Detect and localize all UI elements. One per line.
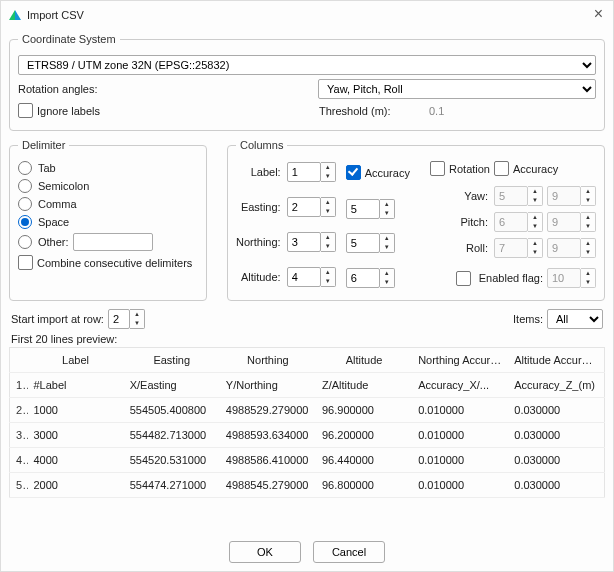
northing-acc-spinner[interactable]: ▲▼ bbox=[346, 233, 410, 253]
table-row: 1#LabelX/EastingY/NorthingZ/AltitudeAccu… bbox=[10, 373, 605, 398]
items-label: Items: bbox=[513, 313, 543, 325]
roll-col-spinner: ▲▼ bbox=[494, 238, 543, 258]
cancel-button[interactable]: Cancel bbox=[313, 541, 385, 563]
preview-table: LabelEastingNorthing AltitudeNorthing Ac… bbox=[9, 347, 605, 498]
yaw-col-spinner: ▲▼ bbox=[494, 186, 543, 206]
table-row: 52000554474.2710004988545.27900096.80000… bbox=[10, 473, 605, 498]
yaw-acc-spinner: ▲▼ bbox=[547, 186, 596, 206]
roll-acc-spinner: ▲▼ bbox=[547, 238, 596, 258]
ignore-labels-checkbox[interactable] bbox=[18, 103, 33, 118]
delimiter-comma-radio[interactable] bbox=[18, 197, 32, 211]
threshold-label: Threshold (m): bbox=[319, 105, 429, 117]
start-row-label: Start import at row: bbox=[11, 313, 104, 325]
delimiter-space-radio[interactable] bbox=[18, 215, 32, 229]
label-col-spinner[interactable]: ▲▼ bbox=[287, 162, 336, 182]
table-row: 21000554505.4008004988529.27900096.90000… bbox=[10, 398, 605, 423]
start-row-spinner[interactable]: ▲▼ bbox=[108, 309, 145, 329]
easting-col-spinner[interactable]: ▲▼ bbox=[287, 197, 336, 217]
enabled-flag-spinner: ▲▼ bbox=[547, 268, 596, 288]
rotation-angles-label: Rotation angles: bbox=[18, 83, 318, 95]
dialog-import-csv: Import CSV × Coordinate System ETRS89 / … bbox=[0, 0, 614, 572]
threshold-value: 0.1 bbox=[429, 105, 444, 117]
chevron-down-icon: ▼ bbox=[321, 172, 335, 181]
coord-system-select[interactable]: ETRS89 / UTM zone 32N (EPSG::25832) bbox=[18, 55, 596, 75]
titlebar: Import CSV × bbox=[1, 1, 613, 29]
pitch-acc-spinner: ▲▼ bbox=[547, 212, 596, 232]
app-icon bbox=[7, 7, 23, 23]
table-row: 33000554482.7130004988593.63400096.20000… bbox=[10, 423, 605, 448]
easting-acc-spinner[interactable]: ▲▼ bbox=[346, 199, 410, 219]
altitude-col-spinner[interactable]: ▲▼ bbox=[287, 267, 336, 287]
rotation-angles-select[interactable]: Yaw, Pitch, Roll bbox=[318, 79, 596, 99]
altitude-acc-spinner[interactable]: ▲▼ bbox=[346, 268, 410, 288]
ignore-labels-label: Ignore labels bbox=[37, 105, 319, 117]
close-icon[interactable]: × bbox=[594, 5, 603, 23]
northing-col-spinner[interactable]: ▲▼ bbox=[287, 232, 336, 252]
table-header-row: LabelEastingNorthing AltitudeNorthing Ac… bbox=[10, 348, 605, 373]
items-select[interactable]: All bbox=[547, 309, 603, 329]
delimiter-semicolon-radio[interactable] bbox=[18, 179, 32, 193]
group-coordinate-system: Coordinate System ETRS89 / UTM zone 32N … bbox=[9, 33, 605, 131]
preview-label: First 20 lines preview: bbox=[1, 333, 613, 345]
combine-delimiters-checkbox[interactable] bbox=[18, 255, 33, 270]
delimiter-other-input[interactable] bbox=[73, 233, 153, 251]
ok-button[interactable]: OK bbox=[229, 541, 301, 563]
window-title: Import CSV bbox=[27, 9, 84, 21]
accuracy-checkbox[interactable] bbox=[346, 165, 361, 180]
rotation-checkbox[interactable] bbox=[430, 161, 445, 176]
delimiter-other-radio[interactable] bbox=[18, 235, 32, 249]
group-delimiter: Delimiter Tab Semicolon Comma Space Othe… bbox=[9, 139, 207, 301]
pitch-col-spinner: ▲▼ bbox=[494, 212, 543, 232]
group-legend: Coordinate System bbox=[18, 33, 120, 45]
enabled-flag-checkbox[interactable] bbox=[456, 271, 471, 286]
chevron-up-icon: ▲ bbox=[321, 163, 335, 172]
delimiter-tab-radio[interactable] bbox=[18, 161, 32, 175]
accuracy2-checkbox[interactable] bbox=[494, 161, 509, 176]
table-row: 44000554520.5310004988586.41000096.44000… bbox=[10, 448, 605, 473]
group-columns: Columns Label: ▲▼ Easting: ▲▼ Northing: … bbox=[227, 139, 605, 301]
